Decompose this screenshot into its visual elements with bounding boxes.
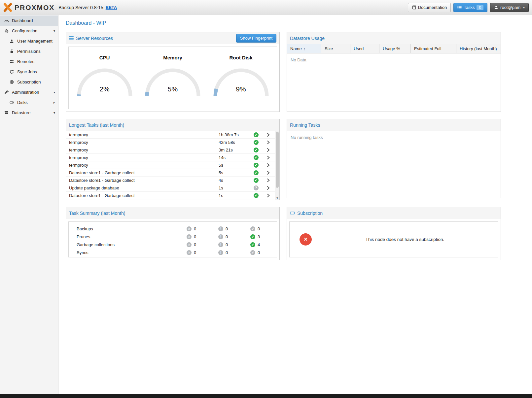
sidebar-item-dashboard[interactable]: Dashboard <box>0 16 58 26</box>
tasks-count-badge: 0 <box>477 5 483 10</box>
warning-count: 0 <box>226 250 228 255</box>
ok-count: 0 <box>258 226 260 231</box>
error-icon: × <box>187 234 192 239</box>
status-ok-icon: ✔ <box>254 132 259 137</box>
open-task-button[interactable] <box>262 140 275 145</box>
error-count: 0 <box>194 234 196 239</box>
task-row[interactable]: Update package database 1s ? <box>66 184 275 192</box>
no-running-tasks-text: No running tasks <box>287 131 501 144</box>
subscription-message: This node does not have a subscription. <box>312 237 498 242</box>
warning-icon: ! <box>218 234 223 239</box>
subscription-body: × This node does not have a subscription… <box>289 221 498 257</box>
task-summary-rows: Backups × 0 ! 0 ✔ 0 Prunes × 0 ! 0 ✔ 3 G… <box>69 222 277 256</box>
task-row[interactable]: Datastore store1 - Garbage collect 5s ✔ <box>66 169 275 177</box>
gauge: Root Disk 9% <box>209 55 273 93</box>
column-header-usage-pct[interactable]: Usage % <box>379 44 411 53</box>
product-version: Backup Server 0.8-15 <box>58 5 103 10</box>
user-menu-button[interactable]: root@pam ▾ <box>490 3 529 12</box>
task-duration: 42m 58s <box>219 140 250 145</box>
sidebar-item-administration[interactable]: Administration ▾ <box>0 87 58 97</box>
task-name: Datastore store1 - Garbage collect <box>69 193 219 198</box>
show-fingerprint-button[interactable]: Show Fingerprint <box>236 34 276 43</box>
task-row[interactable]: termproxy 42m 58s ✔ <box>66 139 275 146</box>
open-task-button[interactable] <box>262 148 275 152</box>
task-summary-row[interactable]: Backups × 0 ! 0 ✔ 0 <box>69 225 277 233</box>
panel-title: Datastore Usage <box>290 36 325 41</box>
sidebar-item-label: Dashboard <box>12 18 33 23</box>
open-task-button[interactable] <box>262 171 275 175</box>
panel-title: Task Summary (last Month) <box>69 211 125 216</box>
ok-count: 0 <box>258 250 260 255</box>
column-header-history[interactable]: History (last Month) <box>456 44 501 53</box>
sidebar-item-datastore[interactable]: Datastore ▾ <box>0 108 58 118</box>
error-count: 0 <box>194 242 196 247</box>
task-name: Datastore store1 - Garbage collect <box>69 178 219 183</box>
ok-icon: ✔ <box>250 250 255 255</box>
status-ok-icon: ✔ <box>254 170 259 175</box>
panel-title: Running Tasks <box>290 122 320 128</box>
task-row[interactable]: termproxy 5s ✔ <box>66 161 275 169</box>
panel-title: Subscription <box>297 211 323 216</box>
server-icon <box>9 59 14 64</box>
task-row[interactable]: Datastore store1 - Garbage collect 4s ✔ <box>66 177 275 184</box>
open-task-button[interactable] <box>262 163 275 167</box>
error-count: 0 <box>194 226 196 231</box>
task-row[interactable]: termproxy 14s ✔ <box>66 154 275 161</box>
longest-tasks-header: Longest Tasks (last Month) <box>66 119 279 131</box>
task-name: termproxy <box>69 132 219 137</box>
user-label: root@pam <box>500 5 520 10</box>
column-header-used[interactable]: Used <box>350 44 379 53</box>
sidebar-item-permissions[interactable]: Permissions <box>0 46 58 56</box>
column-header-size[interactable]: Size <box>321 44 350 53</box>
warning-icon: ! <box>218 226 223 231</box>
open-task-button[interactable] <box>262 133 275 137</box>
open-task-button[interactable] <box>262 193 275 198</box>
sidebar-item-configuration[interactable]: Configuration ▾ <box>0 26 58 36</box>
scrollbar[interactable]: ▾ <box>275 131 279 200</box>
chevron-down-icon: ▾ <box>53 29 55 33</box>
warning-count: 0 <box>226 242 228 247</box>
brand-name: PROXMOX <box>15 4 54 12</box>
error-icon: × <box>187 226 192 231</box>
column-header-name[interactable]: Name ↑ <box>287 44 321 53</box>
beta-link[interactable]: BETA <box>106 5 117 10</box>
refresh-icon <box>9 70 14 74</box>
open-task-button[interactable] <box>262 186 275 190</box>
running-tasks-body: No running tasks <box>287 131 501 198</box>
task-summary-row[interactable]: Prunes × 0 ! 0 ✔ 3 <box>69 233 277 241</box>
tasks-button[interactable]: Tasks 0 <box>453 3 487 12</box>
column-label: Used <box>354 46 364 51</box>
task-row[interactable]: Datastore store1 - Garbage collect 1s ✔ <box>66 192 275 199</box>
scrollbar-thumb[interactable] <box>276 132 279 188</box>
sidebar-item-remotes[interactable]: Remotes <box>0 56 58 67</box>
page-title: Dashboard - WIP <box>59 15 532 26</box>
longest-tasks-body: termproxy 1h 38m 7s ✔ termproxy 42m 58s … <box>66 131 279 200</box>
sidebar-item-disks[interactable]: Disks ▸ <box>0 97 58 108</box>
list-icon <box>457 6 462 10</box>
server-resources-header: Server Resources Show Fingerprint <box>66 32 279 44</box>
sidebar-item-user-management[interactable]: User Management <box>0 36 58 46</box>
task-summary-label: Garbage collections <box>77 242 187 247</box>
sidebar-item-subscription[interactable]: Subscription <box>0 77 58 87</box>
column-header-estimated-full[interactable]: Estimated Full <box>411 44 456 53</box>
task-summary-row[interactable]: Syncs × 0 ! 0 ✔ 0 <box>69 249 277 256</box>
task-duration: 14s <box>219 155 250 160</box>
status-ok-icon: ✔ <box>254 163 259 168</box>
documentation-button[interactable]: Documentation <box>408 3 451 12</box>
archive-icon <box>4 111 9 115</box>
scroll-down-icon[interactable]: ▾ <box>275 196 279 200</box>
column-label: Name <box>290 46 302 51</box>
ok-icon: ✔ <box>250 234 255 239</box>
open-task-button[interactable] <box>262 155 275 160</box>
gauge: CPU 2% <box>72 55 137 93</box>
task-name: termproxy <box>69 155 219 160</box>
task-row[interactable]: termproxy 1h 38m 7s ✔ <box>66 131 275 139</box>
open-task-button[interactable] <box>262 178 275 182</box>
ok-icon: ✔ <box>250 226 255 231</box>
task-summary-row[interactable]: Garbage collections × 0 ! 0 ✔ 4 <box>69 241 277 249</box>
sidebar-item-label: Disks <box>17 100 28 105</box>
task-row[interactable]: termproxy 3m 21s ✔ <box>66 146 275 154</box>
column-label: Size <box>325 46 333 51</box>
longest-tasks-rows: termproxy 1h 38m 7s ✔ termproxy 42m 58s … <box>66 131 275 199</box>
sidebar-item-sync-jobs[interactable]: Sync Jobs <box>0 67 58 77</box>
